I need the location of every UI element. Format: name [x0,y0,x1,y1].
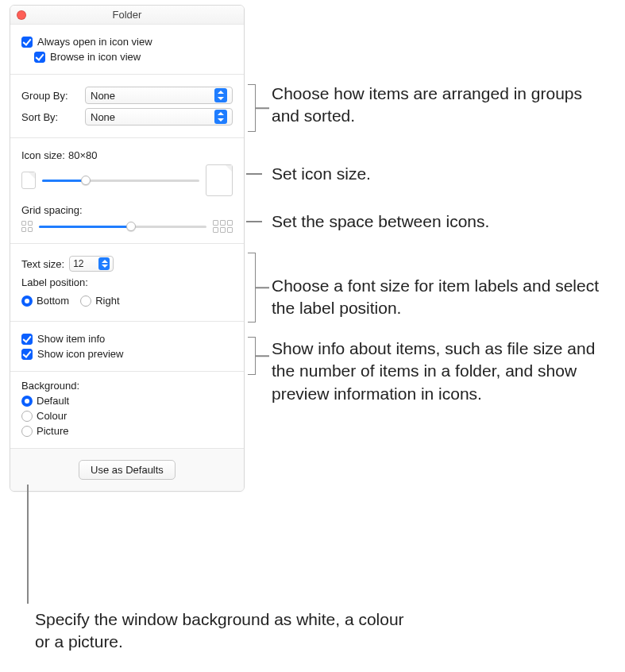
sort-by-label: Sort By: [21,111,77,123]
bg-colour-label: Colour [37,410,67,422]
section-text: Text size: 12 Label position: Bottom Rig… [10,244,244,322]
icon-size-label: Icon size: [21,149,65,161]
grid-tight-icon [21,221,33,232]
chevron-updown-icon [214,110,227,124]
bg-picture-label: Picture [37,425,68,437]
close-icon[interactable] [17,10,26,20]
show-icon-preview-checkbox[interactable] [21,349,33,360]
panel-footer: Use as Defaults [10,449,244,491]
text-size-value: 12 [73,258,83,269]
file-large-icon [206,164,233,196]
group-by-label: Group By: [21,90,77,102]
callout-leader [246,173,262,175]
window-title: Folder [113,9,142,21]
label-right-text: Right [95,295,119,307]
callout-show: Show info about items, such as file size… [272,338,613,405]
sort-by-value: None [91,111,115,123]
icon-size-value: 80×80 [68,149,98,161]
callout-grid: Set the space between icons. [272,210,489,233]
section-icon-grid: Icon size: 80×80 Grid spacing: [10,138,244,244]
show-item-info-label: Show item info [37,333,105,345]
section-background: Background: Default Colour Picture [10,372,244,449]
grid-spacing-slider[interactable] [39,219,206,234]
label-right-radio[interactable] [80,295,91,307]
callout-bracket [248,84,256,132]
text-size-select[interactable]: 12 [69,256,114,272]
background-heading: Background: [21,380,233,392]
icon-size-slider[interactable] [42,173,199,187]
always-open-label: Always open in icon view [37,36,152,48]
view-options-panel: Folder Always open in icon view Browse i… [10,5,245,492]
label-position-heading: Label position: [21,276,233,288]
file-small-icon [21,172,36,189]
callout-bracket [248,253,256,322]
text-size-label: Text size: [21,258,64,270]
callout-leader [246,221,262,222]
browse-label: Browse in icon view [50,51,141,63]
section-show: Show item info Show icon preview [10,322,244,372]
callout-bracket [248,337,256,375]
titlebar: Folder [10,6,244,25]
section-sorting: Group By: None Sort By: None [10,75,244,138]
group-by-value: None [91,90,115,102]
callout-background: Specify the window background as white, … [35,608,416,654]
callout-text: Choose a font size for item labels and s… [272,275,613,320]
show-item-info-checkbox[interactable] [21,334,33,345]
grid-spacing-label: Grid spacing: [21,204,83,216]
use-defaults-button[interactable]: Use as Defaults [79,460,176,480]
always-open-checkbox[interactable] [21,37,33,48]
bg-picture-radio[interactable] [21,426,33,437]
section-view-mode: Always open in icon view Browse in icon … [10,25,244,75]
grid-loose-icon [213,220,233,233]
label-bottom-radio[interactable] [21,295,33,307]
chevron-updown-icon [214,88,227,102]
browse-checkbox[interactable] [34,52,45,63]
sort-by-select[interactable]: None [85,108,233,126]
bg-default-radio[interactable] [21,396,33,407]
group-by-select[interactable]: None [85,87,233,104]
show-icon-preview-label: Show icon preview [37,348,123,360]
callout-icon-size: Set icon size. [272,163,371,185]
label-bottom-text: Bottom [37,295,69,307]
bg-colour-radio[interactable] [21,411,33,422]
callout-sort: Choose how items are arranged in groups … [272,83,613,128]
callout-leader [27,485,29,604]
bg-default-label: Default [37,395,69,407]
chevron-updown-icon [98,257,110,270]
